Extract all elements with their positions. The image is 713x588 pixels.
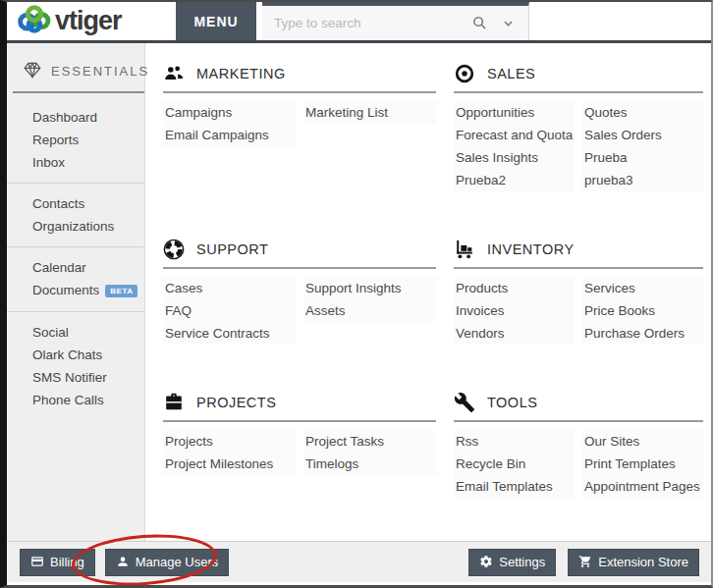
menu-item-prueba[interactable]: Prueba (582, 146, 703, 169)
bottom-bar: BillingManage Users SettingsExtension St… (7, 541, 711, 582)
menu-item-projects[interactable]: Projects (163, 430, 296, 453)
sidebar-item-contacts[interactable]: Contacts (7, 192, 144, 215)
menu-item-faq[interactable]: FAQ (163, 299, 296, 322)
menu-item-services[interactable]: Services (582, 277, 703, 299)
menu-item-project-milestones[interactable]: Project Milestones (163, 453, 296, 475)
sidebar-group: SocialOlark ChatsSMS NotifierPhone Calls (7, 311, 144, 420)
sidebar-item-label: Calendar (32, 260, 86, 275)
search-icon[interactable] (471, 15, 488, 31)
sidebar-item-label: Inbox (32, 155, 65, 170)
app-window: vtiger MENU (0, 0, 713, 588)
sidebar-item-social[interactable]: Social (7, 321, 144, 344)
top-bar: vtiger MENU (7, 2, 711, 43)
menu-item-timelogs[interactable]: Timelogs (303, 453, 436, 475)
section-rule (454, 91, 703, 93)
menu-item-vendors[interactable]: Vendors (454, 322, 575, 345)
menu-item-prueba3[interactable]: prueba3 (582, 169, 703, 191)
sidebar-item-sms-notifier[interactable]: SMS Notifier (7, 366, 144, 389)
sidebar-item-label: Documents (32, 283, 99, 297)
menu-item-appointment-pages[interactable]: Appointment Pages (582, 475, 703, 498)
sidebar-item-organizations[interactable]: Organizations (7, 215, 144, 238)
section-items: ProductsServicesInvoicesPrice BooksVendo… (454, 277, 703, 345)
sidebar-item-documents[interactable]: DocumentsBETA (7, 279, 144, 302)
section-title: SUPPORT (196, 241, 268, 257)
section-header: SALES (454, 59, 703, 88)
menu-item-email-templates[interactable]: Email Templates (454, 475, 575, 498)
section-header: SUPPORT (163, 235, 436, 264)
menu-item-purchase-orders[interactable]: Purchase Orders (582, 322, 703, 345)
menu-item-print-templates[interactable]: Print Templates (582, 453, 703, 475)
chevron-down-icon[interactable] (500, 15, 517, 31)
sidebar-header: ESSENTIALS (7, 59, 144, 91)
settings-button[interactable]: Settings (468, 549, 556, 576)
sidebar-item-dashboard[interactable]: Dashboard (7, 106, 144, 129)
sidebar-item-inbox[interactable]: Inbox (7, 151, 144, 174)
section-support: SUPPORTCasesSupport InsightsFAQAssetsSer… (163, 235, 436, 345)
sidebar-item-reports[interactable]: Reports (7, 129, 144, 151)
menu-item-products[interactable]: Products (454, 277, 575, 299)
sidebar-item-calendar[interactable]: Calendar (7, 256, 144, 279)
sidebar-item-label: Olark Chats (32, 347, 102, 362)
briefcase-icon (163, 392, 185, 413)
menu-item-sales-orders[interactable]: Sales Orders (582, 124, 703, 146)
section-marketing: MARKETINGCampaignsMarketing ListEmail Ca… (163, 59, 436, 146)
menu-item-forecast-and-quota[interactable]: Forecast and Quota (454, 124, 575, 146)
menu-item-support-insights[interactable]: Support Insights (303, 277, 436, 299)
section-title: SALES (487, 66, 535, 81)
lifebuoy-icon (163, 239, 185, 260)
sidebar-group: CalendarDocumentsBETA (7, 246, 144, 311)
tab-menu[interactable]: MENU (176, 2, 256, 40)
section-projects: PROJECTSProjectsProject TasksProject Mil… (163, 388, 436, 475)
menu-item-our-sites[interactable]: Our Sites (582, 430, 703, 453)
section-rule (163, 91, 436, 93)
button-label: Settings (499, 555, 545, 569)
search-input[interactable] (274, 16, 460, 30)
menu-item-marketing-list[interactable]: Marketing List (303, 101, 436, 124)
sidebar-item-phone-calls[interactable]: Phone Calls (7, 389, 144, 411)
billing-button[interactable]: Billing (20, 549, 95, 576)
menu-item-campaigns[interactable]: Campaigns (163, 101, 296, 124)
section-rule (454, 420, 703, 422)
sidebar-title: ESSENTIALS (51, 64, 149, 79)
menu-item-sales-insights[interactable]: Sales Insights (454, 146, 575, 169)
section-header: INVENTORY (454, 235, 703, 264)
sidebar-group: ContactsOrganizations (7, 183, 144, 246)
section-items: CasesSupport InsightsFAQAssetsService Co… (163, 277, 436, 345)
sidebar-item-label: Organizations (32, 219, 114, 234)
menu-item-project-tasks[interactable]: Project Tasks (303, 430, 436, 453)
section-items: ProjectsProject TasksProject MilestonesT… (163, 430, 436, 475)
button-label: Billing (50, 555, 84, 569)
section-inventory: INVENTORYProductsServicesInvoicesPrice B… (454, 235, 703, 345)
target-icon (454, 63, 475, 84)
section-header: PROJECTS (163, 388, 436, 417)
manage-users-button[interactable]: Manage Users (105, 549, 230, 576)
menu-item-recycle-bin[interactable]: Recycle Bin (454, 453, 575, 475)
sidebar-item-label: Contacts (32, 196, 84, 211)
sidebar-item-olark-chats[interactable]: Olark Chats (7, 344, 144, 366)
menu-item-prueba2[interactable]: Prueba2 (454, 169, 575, 191)
menu-item-service-contracts[interactable]: Service Contracts (163, 322, 296, 345)
menu-item-assets[interactable]: Assets (303, 299, 436, 322)
vtiger-cloud-icon (17, 4, 52, 39)
global-search (262, 2, 529, 40)
sidebar-rule (13, 91, 144, 93)
section-rule (163, 267, 436, 269)
menu-item-rss[interactable]: Rss (454, 430, 575, 453)
menu-item-quotes[interactable]: Quotes (582, 101, 703, 124)
section-sales: SALESOpportunitiesQuotesForecast and Quo… (454, 59, 703, 191)
menu-item-opportunities[interactable]: Opportunities (454, 101, 575, 124)
people-icon (163, 63, 185, 84)
gear-icon (479, 555, 493, 568)
menu-item-cases[interactable]: Cases (163, 277, 296, 299)
sidebar-item-label: SMS Notifier (32, 370, 107, 385)
section-title: INVENTORY (487, 241, 575, 257)
section-tools: TOOLSRssOur SitesRecycle BinPrint Templa… (454, 388, 703, 498)
section-items: CampaignsMarketing ListEmail Campaigns (163, 101, 436, 146)
vtiger-logo[interactable]: vtiger (7, 2, 162, 40)
section-title: PROJECTS (196, 395, 276, 410)
menu-item-email-campaigns[interactable]: Email Campaigns (163, 124, 296, 146)
menu-item-invoices[interactable]: Invoices (454, 299, 575, 322)
section-items: RssOur SitesRecycle BinPrint TemplatesEm… (454, 430, 703, 498)
menu-item-price-books[interactable]: Price Books (582, 299, 703, 322)
extension-store-button[interactable]: Extension Store (568, 549, 699, 576)
